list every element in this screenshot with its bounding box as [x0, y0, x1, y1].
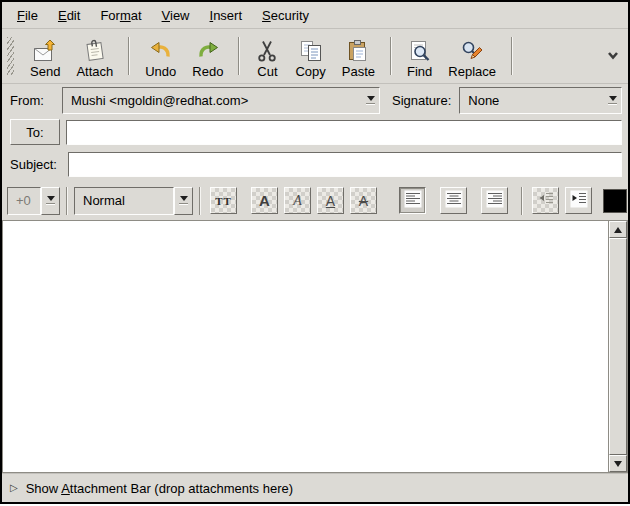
undo-button[interactable]: Undo	[137, 32, 184, 80]
italic-toggle-button[interactable]: A	[284, 187, 311, 214]
from-value: Mushi <mgoldin@redhat.com>	[71, 93, 360, 108]
send-label: Send	[30, 64, 60, 79]
attach-icon	[83, 39, 107, 63]
format-separator	[199, 187, 201, 215]
unindent-icon	[537, 190, 555, 212]
align-right-button[interactable]	[481, 187, 508, 214]
find-button[interactable]: Find	[399, 32, 440, 80]
toolbar-overflow-button[interactable]	[604, 43, 622, 69]
copy-icon	[299, 39, 323, 63]
menu-format[interactable]: Format	[93, 6, 148, 25]
underline-toggle-button[interactable]: A	[317, 187, 344, 214]
undo-label: Undo	[145, 64, 176, 79]
attach-button[interactable]: Attach	[68, 32, 121, 80]
redo-label: Redo	[192, 64, 223, 79]
message-body-area	[2, 220, 628, 473]
menu-view[interactable]: View	[155, 6, 197, 25]
from-combo[interactable]: Mushi <mgoldin@redhat.com>	[62, 87, 380, 114]
font-color-swatch[interactable]	[603, 189, 627, 213]
typewriter-toggle-button[interactable]: TT	[210, 187, 237, 214]
align-center-button[interactable]	[440, 187, 467, 214]
toolbar-separator	[238, 37, 240, 75]
paragraph-style-arrow-button[interactable]	[174, 187, 193, 215]
align-left-icon	[404, 190, 422, 212]
align-left-button[interactable]	[399, 187, 426, 214]
cut-icon	[255, 39, 279, 63]
paragraph-style-combo[interactable]: Normal	[74, 187, 193, 215]
combo-arrow-icon[interactable]	[366, 96, 375, 105]
align-right-icon	[486, 190, 504, 212]
to-label: To:	[26, 125, 43, 140]
paste-label: Paste	[342, 64, 375, 79]
cut-label: Cut	[257, 64, 277, 79]
chevron-down-icon	[606, 47, 620, 64]
menu-insert[interactable]: Insert	[203, 6, 250, 25]
undo-icon	[149, 39, 173, 63]
format-toolbar: +0 Normal TT A A A A	[2, 181, 628, 220]
attachment-bar-toggle[interactable]: ▷ Show Attachment Bar (drop attachments …	[2, 473, 628, 502]
copy-button[interactable]: Copy	[287, 32, 333, 80]
font-size-arrow-button[interactable]	[41, 187, 60, 215]
toolbar-grip[interactable]	[7, 37, 14, 75]
paste-icon	[346, 39, 370, 63]
indent-icon	[570, 190, 588, 212]
vertical-scrollbar[interactable]	[608, 220, 628, 473]
redo-icon	[196, 39, 220, 63]
typewriter-icon: TT	[215, 195, 232, 207]
subject-row: Subject:	[2, 147, 628, 181]
indent-button[interactable]	[565, 187, 592, 214]
toolbar-separator	[128, 37, 130, 75]
bold-toggle-button[interactable]: A	[251, 187, 278, 214]
italic-icon: A	[293, 193, 302, 209]
from-label: From:	[10, 93, 62, 108]
format-separator	[521, 187, 523, 215]
underline-icon: A	[326, 193, 335, 209]
strikethrough-toggle-button[interactable]: A	[350, 187, 377, 214]
redo-button[interactable]: Redo	[184, 32, 231, 80]
bold-icon: A	[259, 192, 270, 209]
combo-arrow-icon	[179, 196, 188, 205]
align-center-icon	[445, 190, 463, 212]
paragraph-style-value: Normal	[74, 187, 174, 215]
to-input[interactable]	[66, 120, 622, 145]
cut-button[interactable]: Cut	[247, 32, 287, 80]
signature-label: Signature:	[392, 93, 451, 108]
scroll-down-button[interactable]	[609, 455, 627, 472]
find-icon	[408, 39, 432, 63]
strikethrough-icon: A	[359, 193, 368, 209]
subject-label: Subject:	[10, 157, 62, 172]
to-row: To:	[2, 117, 628, 147]
paste-button[interactable]: Paste	[334, 32, 383, 80]
attachment-bar-label: Show Attachment Bar (drop attachments he…	[26, 481, 293, 496]
combo-arrow-icon	[46, 196, 55, 205]
font-size-value: +0	[7, 187, 41, 215]
scrollbar-thumb[interactable]	[609, 238, 627, 455]
subject-input[interactable]	[68, 152, 622, 177]
menu-bar: File Edit Format View Insert Security	[2, 2, 628, 29]
message-body[interactable]	[2, 220, 608, 473]
signature-combo[interactable]: None	[459, 87, 622, 114]
menu-edit[interactable]: Edit	[51, 6, 87, 25]
main-toolbar: Send Attach Undo	[2, 29, 628, 84]
scroll-up-button[interactable]	[609, 221, 627, 238]
mail-composer-window: File Edit Format View Insert Security Se…	[0, 0, 630, 504]
unindent-button	[532, 187, 559, 214]
menu-security[interactable]: Security	[255, 6, 316, 25]
replace-button[interactable]: Replace	[440, 32, 504, 80]
combo-arrow-icon[interactable]	[608, 96, 617, 105]
menu-file[interactable]: File	[10, 6, 45, 25]
replace-label: Replace	[448, 64, 496, 79]
replace-icon	[460, 39, 484, 63]
copy-label: Copy	[295, 64, 325, 79]
send-button[interactable]: Send	[22, 32, 68, 80]
attach-label: Attach	[76, 64, 113, 79]
find-label: Find	[407, 64, 432, 79]
font-size-combo[interactable]: +0	[7, 187, 60, 215]
arrow-up-icon	[614, 223, 622, 233]
format-separator	[66, 187, 68, 215]
toolbar-separator	[390, 37, 392, 75]
from-row: From: Mushi <mgoldin@redhat.com> Signatu…	[2, 84, 628, 117]
to-button[interactable]: To:	[10, 119, 60, 145]
send-icon	[33, 39, 57, 63]
toolbar-separator	[511, 37, 513, 75]
